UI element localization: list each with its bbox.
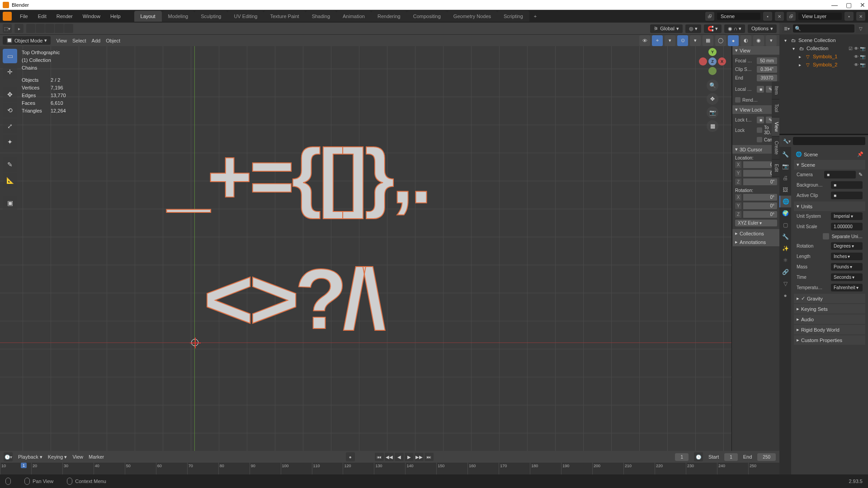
timeline-ruler[interactable]: 1 10203040506070809010011012013014015016… (0, 463, 779, 474)
n-tab-view[interactable]: View (772, 117, 779, 137)
tool-measure[interactable]: 📐 (3, 173, 17, 188)
minimize-button[interactable]: — (831, 1, 838, 9)
npanel-rot-x[interactable]: 0° (743, 194, 777, 201)
npanel-loc-z[interactable]: 0" (743, 178, 777, 185)
ptab-output[interactable]: 🖨 (779, 172, 791, 184)
workspace-add-button[interactable]: + (529, 11, 541, 22)
outliner-item-symbols2[interactable]: ▸▽Symbols_2👁📷 (779, 61, 868, 69)
tool-rotate[interactable]: ⟲ (3, 103, 17, 117)
properties-search[interactable] (793, 137, 865, 145)
perspective-toggle-icon[interactable]: ▦ (707, 120, 718, 132)
n-tab-tool[interactable]: Tool (772, 99, 779, 117)
gizmo-axis-z[interactable]: Z (708, 57, 717, 66)
workspace-tab-scripting[interactable]: Scripting (497, 11, 529, 22)
viewlayer-new-button[interactable]: ▪ (844, 12, 854, 21)
props-audio-section[interactable]: ▸ Audio (794, 314, 865, 324)
ptab-physics[interactable]: ⚛ (779, 254, 791, 266)
outliner-filter[interactable]: ▽ (856, 24, 865, 33)
menu-file[interactable]: File (15, 12, 33, 21)
menu-window[interactable]: Window (78, 12, 105, 21)
start-frame-field[interactable]: 1 (724, 453, 738, 461)
interaction-mode-dropdown[interactable]: 🔲 Object Mode ▾ (3, 36, 51, 45)
npanel-rot-z[interactable]: 0° (743, 211, 777, 218)
gizmo-axis-y[interactable]: Y (708, 48, 717, 56)
npanel-clipend-value[interactable]: 39370 (757, 75, 777, 81)
npanel-to3d-check[interactable] (757, 127, 762, 133)
scene-browse-icon[interactable]: ⮺ (705, 12, 714, 21)
selectability-icon[interactable]: 👁 (639, 35, 650, 46)
timeline-menu-marker[interactable]: Marker (89, 454, 104, 460)
tool-move[interactable]: ✥ (3, 87, 17, 102)
props-unitscale-field[interactable]: 1.000000 (831, 223, 863, 230)
props-scene-section[interactable]: ▾ Scene (794, 160, 865, 169)
ptab-modifiers[interactable]: 🔧 (779, 231, 791, 243)
camera-view-icon[interactable]: 📷 (707, 107, 718, 118)
shading-dropdown[interactable]: ▾ (766, 35, 777, 46)
outliner-display-mode[interactable]: ≣▾ (782, 24, 791, 33)
props-length-field[interactable]: Inches ▾ (831, 253, 863, 260)
ptab-viewlayer[interactable]: 🖼 (779, 184, 791, 196)
npanel-clipstart-value[interactable]: 0.394" (757, 66, 777, 73)
npanel-focal-value[interactable]: 50 mm (757, 57, 777, 64)
props-customprops-section[interactable]: ▸ Custom Properties (794, 335, 865, 345)
workspace-tab-compositing[interactable]: Compositing (407, 11, 447, 22)
play-forward[interactable]: ▶ (405, 453, 414, 461)
orbit-gizmo[interactable]: Y Z X (699, 48, 726, 75)
viewport-menu-view[interactable]: View (56, 38, 67, 43)
pan-gizmo-icon[interactable]: ✥ (707, 93, 718, 105)
viewport-menu-add[interactable]: Add (92, 38, 101, 43)
shading-material[interactable]: ◐ (741, 35, 751, 46)
preview-range-toggle[interactable]: 🕓 (694, 452, 703, 461)
npanel-collections-header[interactable]: ▸ Collections (732, 229, 779, 238)
npanel-euler-dropdown[interactable]: XYZ Euler ▾ (735, 220, 777, 226)
scene-name-field[interactable]: Scene (717, 13, 760, 20)
snap-toggle[interactable]: 🧲 ▾ (704, 24, 722, 33)
tool-annotate[interactable]: ✎ (3, 157, 17, 172)
props-clip-field[interactable]: ■ (831, 192, 863, 199)
tool-select-box[interactable]: ▭ (3, 49, 17, 63)
ptab-world[interactable]: 🌍 (779, 207, 791, 219)
props-separate-check[interactable] (823, 233, 829, 239)
tool-cursor[interactable]: ✛ (3, 65, 17, 79)
xray-toggle[interactable]: ▦ (703, 35, 713, 46)
props-context-breadcrumb[interactable]: 🌐 Scene 📌 (794, 150, 865, 159)
options-dropdown[interactable]: Options ▾ (748, 24, 777, 33)
close-button[interactable]: ✕ (860, 1, 865, 9)
workspace-tab-uvediting[interactable]: UV Editing (227, 11, 264, 22)
workspace-tab-modeling[interactable]: Modeling (162, 11, 195, 22)
current-frame-field[interactable]: 1 (675, 453, 689, 461)
outliner-search[interactable]: 🔍 (793, 24, 854, 33)
ptab-object[interactable]: ▢ (779, 219, 791, 231)
props-rigidbody-section[interactable]: ▸ Rigid Body World (794, 325, 865, 334)
workspace-tab-animation[interactable]: Animation (336, 11, 371, 22)
viewlayer-browse-icon[interactable]: ⮺ (787, 12, 796, 21)
scene-new-button[interactable]: ▪ (763, 12, 772, 21)
props-camera-eyedrop[interactable]: ✎ (859, 172, 863, 178)
menu-render[interactable]: Render (52, 12, 77, 21)
workspace-tab-layout[interactable]: Layout (134, 11, 162, 22)
ptab-constraints[interactable]: 🔗 (779, 266, 791, 278)
ptab-particles[interactable]: ✨ (779, 243, 791, 254)
outliner-item-symbols1[interactable]: ▸▽Symbols_1👁📷 (779, 52, 868, 61)
tool-transform[interactable]: ✦ (3, 135, 17, 149)
props-time-field[interactable]: Seconds ▾ (831, 273, 863, 281)
shading-wireframe[interactable]: ◯ (715, 35, 726, 46)
props-camera-field[interactable]: ■ (824, 171, 856, 178)
viewlayer-delete-button[interactable]: ✕ (856, 12, 865, 21)
autokey-toggle[interactable]: ● (346, 452, 355, 461)
viewport-menu-object[interactable]: Object (106, 38, 120, 43)
ptab-render[interactable]: 📷 (779, 160, 791, 172)
orientation-dropdown[interactable]: ⚞ Global ▾ (650, 24, 683, 33)
pivot-dropdown[interactable]: ◎ ▾ (685, 24, 701, 33)
props-keying-section[interactable]: ▸ Keying Sets (794, 304, 865, 314)
props-temp-field[interactable]: Fahrenheit ▾ (831, 284, 863, 291)
workspace-tab-texturepaint[interactable]: Texture Paint (264, 11, 305, 22)
props-gravity-check[interactable]: ✓ (801, 296, 805, 301)
viewlayer-name-field[interactable]: View Layer (798, 13, 842, 20)
npanel-rot-y[interactable]: 0° (743, 202, 777, 209)
npanel-lockto-field[interactable]: ■ (757, 117, 764, 123)
npanel-localcam-field[interactable]: ■ (757, 86, 764, 93)
npanel-view-header[interactable]: ▾ View (732, 46, 779, 55)
scene-delete-button[interactable]: ✕ (775, 12, 784, 21)
zoom-gizmo-icon[interactable]: 🔍 (707, 80, 718, 91)
